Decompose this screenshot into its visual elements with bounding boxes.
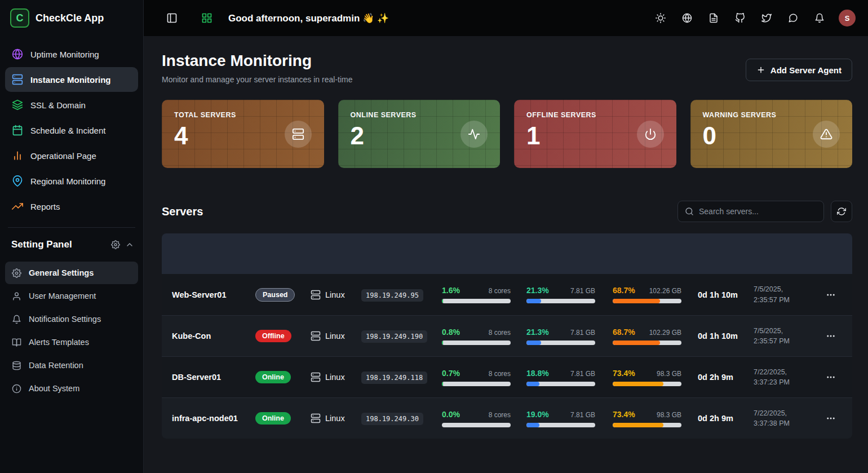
uptime: 0d 1h 10m <box>688 290 743 299</box>
servers-table: Web-Server01 Paused Linux 198.19.249.95 … <box>162 233 852 439</box>
status-badge: Offline <box>255 330 291 342</box>
row-actions-button[interactable] <box>822 327 840 345</box>
settings-item-notification-settings[interactable]: Notification Settings <box>5 308 138 330</box>
gear-icon <box>12 268 21 278</box>
sidebar-item-ssl-domain[interactable]: SSL & Domain <box>5 92 138 117</box>
globe-button[interactable] <box>677 8 697 28</box>
server-row-infra-apc-node01[interactable]: infra-apc-node01 Online Linux 198.19.249… <box>162 397 852 439</box>
uptime: 0d 2h 9m <box>688 373 743 382</box>
cpu-cores: 8 cores <box>489 411 511 419</box>
memory-cell: 21.3% 7.81 GB <box>516 328 603 345</box>
memory-metric: 21.3% 7.81 GB <box>526 328 595 345</box>
page-title-block: Instance Monitoring Monitor and manage y… <box>162 52 353 84</box>
last-checked: 7/22/2025, 3:37:23 PM <box>743 367 803 387</box>
status-cell: Online <box>245 371 300 383</box>
memory-cell: 19.0% 7.81 GB <box>516 410 603 427</box>
ip-address: 198.19.249.118 <box>361 372 427 384</box>
memory-progress-fill <box>526 382 539 386</box>
chevron-up-icon[interactable] <box>125 240 134 249</box>
settings-item-alerts-templates[interactable]: Alerts Templates <box>5 331 138 353</box>
server-name: Web-Server01 <box>162 290 245 299</box>
cpu-percent: 0.0% <box>442 410 460 419</box>
memory-cell: 18.8% 7.81 GB <box>516 369 603 386</box>
disk-progress-fill <box>613 382 663 386</box>
dots-icon <box>826 290 836 300</box>
last-checked: 7/5/2025, 2:35:57 PM <box>743 284 803 304</box>
grid-view-button[interactable] <box>197 8 217 28</box>
setting-panel-header[interactable]: Setting Panel <box>0 228 143 256</box>
memory-percent: 19.0% <box>526 410 549 419</box>
memory-progress-fill <box>526 299 541 303</box>
disk-percent: 68.7% <box>613 286 635 295</box>
uptime: 0d 1h 10m <box>688 331 743 341</box>
file-text-button[interactable] <box>703 8 724 28</box>
user-avatar[interactable]: S <box>839 10 856 26</box>
server-row-web-server01[interactable]: Web-Server01 Paused Linux 198.19.249.95 … <box>162 274 852 315</box>
memory-total: 7.81 GB <box>570 329 595 337</box>
disk-cell: 73.4% 98.3 GB <box>603 369 688 386</box>
github-button[interactable] <box>730 8 750 28</box>
header-actions <box>650 8 830 28</box>
cpu-cell: 0.7% 8 cores <box>432 369 516 386</box>
sidebar-toggle-button[interactable] <box>162 8 182 28</box>
settings-item-user-management[interactable]: User Management <box>5 285 138 307</box>
sidebar-item-label: Operational Page <box>30 151 96 161</box>
stat-icon-circle <box>813 121 840 148</box>
last-checked: 7/5/2025, 2:35:57 PM <box>743 326 803 346</box>
server-icon <box>311 413 321 423</box>
disk-metric: 73.4% 98.3 GB <box>613 410 681 427</box>
stat-icon-circle <box>285 121 312 148</box>
top-header: Good afternoon, superadmin 👋 ✨ S <box>144 0 868 36</box>
add-server-agent-button[interactable]: Add Server Agent <box>746 59 852 81</box>
sidebar-item-regional-monitoring[interactable]: Regional Monitoring <box>5 169 138 193</box>
message-button[interactable] <box>783 8 803 28</box>
cpu-progress-track <box>442 341 511 345</box>
servers-section-title: Servers <box>162 205 203 218</box>
app-title: CheckCle App <box>36 12 104 24</box>
row-actions-button[interactable] <box>822 368 840 386</box>
sun-button[interactable] <box>650 8 671 28</box>
disk-progress-fill <box>613 423 663 427</box>
settings-item-label: User Management <box>29 291 96 300</box>
table-header-row <box>162 233 852 274</box>
settings-item-about-system[interactable]: About System <box>5 377 138 400</box>
stat-card-total-servers: TOTAL SERVERS 4 <box>162 100 324 168</box>
sidebar-item-uptime-monitoring[interactable]: Uptime Monitoring <box>5 42 138 67</box>
os-cell: Linux <box>300 331 351 341</box>
refresh-button[interactable] <box>831 201 852 222</box>
main-content: Instance Monitoring Monitor and manage y… <box>144 36 868 473</box>
gear-icon[interactable] <box>111 240 120 249</box>
twitter-icon <box>761 13 772 23</box>
settings-item-label: About System <box>29 384 79 393</box>
setting-panel-title: Setting Panel <box>11 239 72 250</box>
sidebar-item-schedule-incident[interactable]: Schedule & Incident <box>5 118 138 143</box>
cpu-cell: 0.8% 8 cores <box>432 328 516 345</box>
search-icon <box>685 207 694 216</box>
sidebar-item-operational-page[interactable]: Operational Page <box>5 143 138 168</box>
sidebar-item-instance-monitoring[interactable]: Instance Monitoring <box>5 67 138 92</box>
search-input[interactable] <box>699 207 817 216</box>
actions-cell <box>803 286 852 304</box>
settings-item-general-settings[interactable]: General Settings <box>5 262 138 284</box>
globe-icon <box>12 48 23 60</box>
settings-item-data-retention[interactable]: Data Retention <box>5 354 138 377</box>
map-pin-icon <box>12 175 23 187</box>
bell-button[interactable] <box>809 8 830 28</box>
row-actions-button[interactable] <box>822 409 840 427</box>
sidebar-item-label: Instance Monitoring <box>30 75 111 85</box>
main-column: Good afternoon, superadmin 👋 ✨ S Instanc… <box>144 0 868 473</box>
ip-cell: 198.19.249.30 <box>351 413 432 423</box>
settings-item-label: Data Retention <box>29 361 83 370</box>
stat-icon-circle <box>637 121 664 148</box>
add-server-agent-label: Add Server Agent <box>770 65 842 75</box>
cpu-cell: 1.6% 8 cores <box>432 286 516 303</box>
cpu-progress-track <box>442 423 511 427</box>
twitter-button[interactable] <box>756 8 777 28</box>
sidebar: C CheckCle App Uptime Monitoring Instanc… <box>0 0 144 473</box>
server-row-kube-con[interactable]: Kube-Con Offline Linux 198.19.249.190 0.… <box>162 315 852 356</box>
last-checked: 7/22/2025, 3:37:38 PM <box>743 408 803 428</box>
sidebar-item-reports[interactable]: Reports <box>5 194 138 219</box>
server-row-db-server01[interactable]: DB-Server01 Online Linux 198.19.249.118 … <box>162 356 852 397</box>
disk-progress-fill <box>613 299 660 303</box>
row-actions-button[interactable] <box>822 286 840 304</box>
